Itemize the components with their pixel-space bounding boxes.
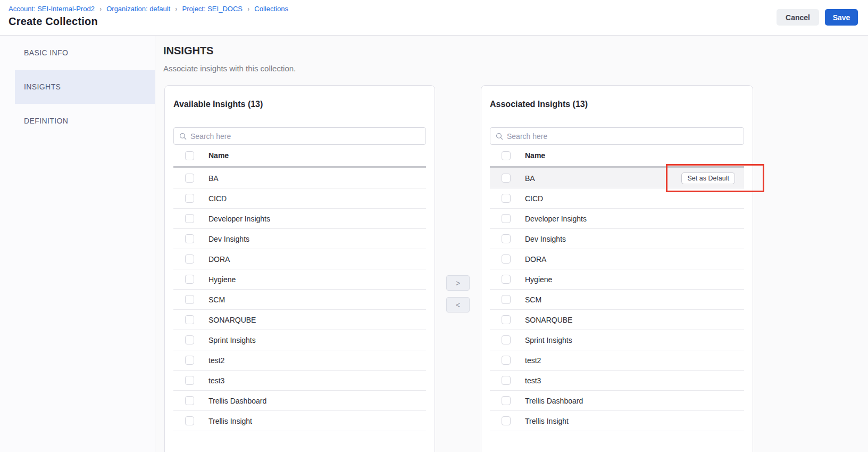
row-checkbox[interactable]	[185, 275, 194, 284]
table-row[interactable]: SONARQUBE	[173, 310, 426, 330]
row-checkbox[interactable]	[502, 254, 511, 264]
section-heading: INSIGHTS	[163, 44, 868, 57]
page-title: Create Collection	[9, 15, 868, 28]
available-insights-card: Available Insights (13) Name BA CICD Dev…	[164, 85, 435, 452]
associated-search-input[interactable]	[507, 132, 738, 141]
row-checkbox[interactable]	[185, 335, 194, 344]
insight-name: Developer Insights	[208, 215, 270, 223]
insight-name: test2	[208, 356, 224, 365]
table-row[interactable]: test2	[173, 350, 426, 371]
select-all-checkbox[interactable]	[185, 151, 194, 160]
table-row[interactable]: Trellis Insight	[490, 411, 744, 431]
row-checkbox[interactable]	[185, 254, 194, 264]
row-checkbox[interactable]	[502, 234, 511, 243]
cancel-button[interactable]: Cancel	[777, 9, 819, 26]
available-insights-title: Available Insights (13)	[173, 100, 426, 109]
set-as-default-button[interactable]: Set as Default	[681, 172, 735, 184]
move-left-button[interactable]: <	[446, 297, 470, 313]
associated-insights-card: Associated Insights (13) Name BA Se	[481, 85, 753, 452]
row-checkbox[interactable]	[502, 295, 511, 304]
row-checkbox[interactable]	[185, 194, 194, 203]
table-row[interactable]: CICD	[490, 188, 744, 209]
insight-name: Trellis Dashboard	[525, 397, 583, 405]
insight-name: Trellis Insight	[208, 417, 252, 425]
breadcrumb-project-link[interactable]: Project: SEI_DOCS	[182, 5, 243, 13]
row-checkbox[interactable]	[502, 194, 511, 203]
row-checkbox[interactable]	[502, 396, 511, 405]
table-row[interactable]: Trellis Dashboard	[490, 391, 744, 411]
table-row-highlighted[interactable]: BA Set as Default	[490, 168, 744, 188]
row-checkbox[interactable]	[502, 315, 511, 324]
transfer-controls: > <	[435, 85, 481, 452]
insight-name: SCM	[208, 295, 225, 304]
row-checkbox[interactable]	[502, 174, 511, 183]
row-checkbox[interactable]	[502, 335, 511, 344]
available-search-input[interactable]	[190, 132, 420, 141]
sidebar-item-definition[interactable]: DEFINITION	[15, 104, 155, 138]
table-row[interactable]: BA	[173, 168, 426, 188]
table-row[interactable]: Trellis Insight	[173, 411, 426, 431]
table-row[interactable]: Sprint Insights	[173, 330, 426, 350]
content-area: BASIC INFO INSIGHTS DEFINITION INSIGHTS …	[0, 36, 868, 452]
table-row[interactable]: test3	[173, 371, 426, 391]
table-row[interactable]: Trellis Dashboard	[173, 391, 426, 411]
table-row[interactable]: Dev Insights	[173, 229, 426, 249]
row-checkbox[interactable]	[502, 376, 511, 385]
search-icon	[179, 133, 187, 140]
table-row[interactable]: CICD	[173, 188, 426, 209]
row-checkbox[interactable]	[502, 275, 511, 284]
insight-name: CICD	[525, 194, 543, 203]
row-checkbox[interactable]	[185, 356, 194, 365]
table-row[interactable]: test2	[490, 350, 744, 371]
table-row[interactable]: test3	[490, 371, 744, 391]
insight-name: Hygiene	[525, 275, 552, 284]
row-checkbox[interactable]	[502, 416, 511, 425]
table-row[interactable]: SONARQUBE	[490, 310, 744, 330]
table-row[interactable]: SCM	[490, 290, 744, 310]
insight-name: SONARQUBE	[208, 316, 256, 324]
breadcrumb-account-link[interactable]: Account: SEI-Internal-Prod2	[9, 5, 95, 13]
row-checkbox[interactable]	[502, 214, 511, 223]
row-checkbox[interactable]	[185, 234, 194, 243]
table-row[interactable]: Developer Insights	[173, 209, 426, 229]
name-column-header: Name	[208, 151, 229, 160]
select-all-checkbox[interactable]	[502, 151, 511, 160]
insight-name: DORA	[525, 255, 546, 264]
row-checkbox[interactable]	[185, 174, 194, 183]
main-panel: INSIGHTS Associate insights with this co…	[155, 36, 868, 452]
sidebar-item-insights[interactable]: INSIGHTS	[15, 70, 155, 104]
table-row[interactable]: Developer Insights	[490, 209, 744, 229]
insight-name: Dev Insights	[208, 235, 249, 243]
table-row[interactable]: DORA	[490, 249, 744, 269]
insight-name: test3	[525, 376, 541, 385]
insight-name: Hygiene	[208, 275, 236, 284]
table-row[interactable]: DORA	[173, 249, 426, 269]
row-checkbox[interactable]	[185, 295, 194, 304]
row-checkbox[interactable]	[185, 416, 194, 425]
table-row[interactable]: SCM	[173, 290, 426, 310]
save-button[interactable]: Save	[825, 9, 858, 26]
row-checkbox[interactable]	[502, 356, 511, 365]
row-checkbox[interactable]	[185, 396, 194, 405]
page-header: Account: SEI-Internal-Prod2 › Organizati…	[0, 0, 868, 36]
table-row[interactable]: Sprint Insights	[490, 330, 744, 350]
table-row[interactable]: Dev Insights	[490, 229, 744, 249]
insight-name: DORA	[208, 255, 230, 264]
sidebar-item-basic-info[interactable]: BASIC INFO	[15, 36, 155, 70]
row-checkbox[interactable]	[185, 315, 194, 324]
insight-name: Developer Insights	[525, 215, 587, 223]
insight-name: test2	[525, 356, 541, 365]
breadcrumb-organization-link[interactable]: Organization: default	[106, 5, 170, 13]
insight-name: Trellis Dashboard	[208, 397, 266, 405]
table-row[interactable]: Hygiene	[173, 269, 426, 290]
table-row[interactable]: Hygiene	[490, 269, 744, 290]
available-table-header: Name	[173, 145, 426, 166]
sidebar: BASIC INFO INSIGHTS DEFINITION	[0, 36, 155, 452]
search-icon	[496, 133, 503, 140]
insight-name: Dev Insights	[525, 235, 566, 243]
row-checkbox[interactable]	[185, 214, 194, 223]
row-checkbox[interactable]	[185, 376, 194, 385]
chevron-left-icon: <	[456, 301, 460, 309]
move-right-button[interactable]: >	[446, 275, 470, 291]
breadcrumb-collections-link[interactable]: Collections	[254, 5, 288, 13]
